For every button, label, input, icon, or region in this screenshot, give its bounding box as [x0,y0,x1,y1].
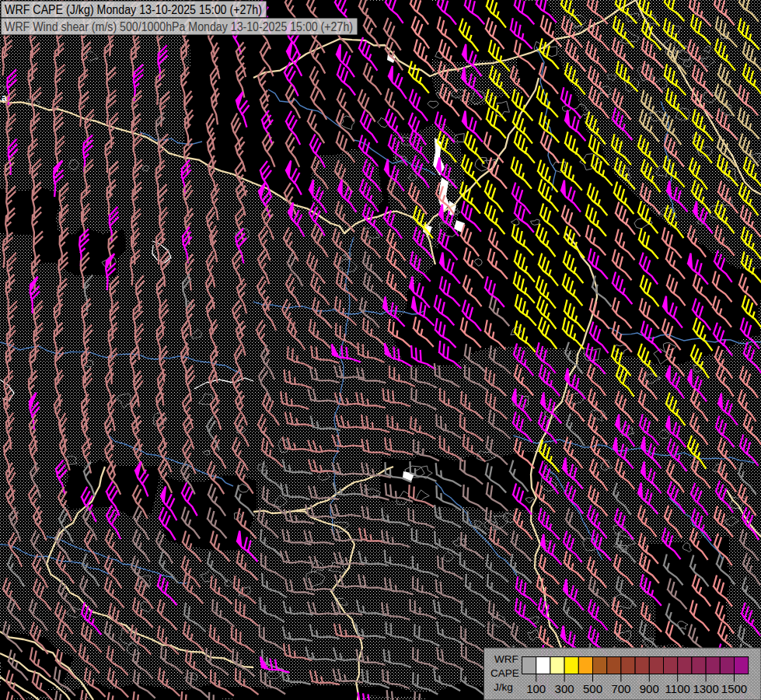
svg-text:900: 900 [640,682,659,695]
svg-text:1100: 1100 [665,682,690,695]
svg-text:WRF Wind shear (m/s) 500/1000h: WRF Wind shear (m/s) 500/1000hPa Monday … [5,20,353,33]
svg-text:WRF CAPE (J/kg) Monday 13-10-2: WRF CAPE (J/kg) Monday 13-10-2025 15:00 … [5,3,262,16]
svg-text:500: 500 [583,682,602,695]
svg-text:CAPE: CAPE [490,667,519,679]
svg-text:WRF: WRF [494,653,518,665]
svg-text:1300: 1300 [693,682,718,695]
svg-text:a: a [2,93,7,103]
svg-text:100: 100 [526,682,546,695]
svg-text:J/kg: J/kg [494,681,513,693]
svg-text:700: 700 [611,682,630,695]
svg-text:1500: 1500 [721,682,747,695]
svg-text:300: 300 [555,682,574,695]
